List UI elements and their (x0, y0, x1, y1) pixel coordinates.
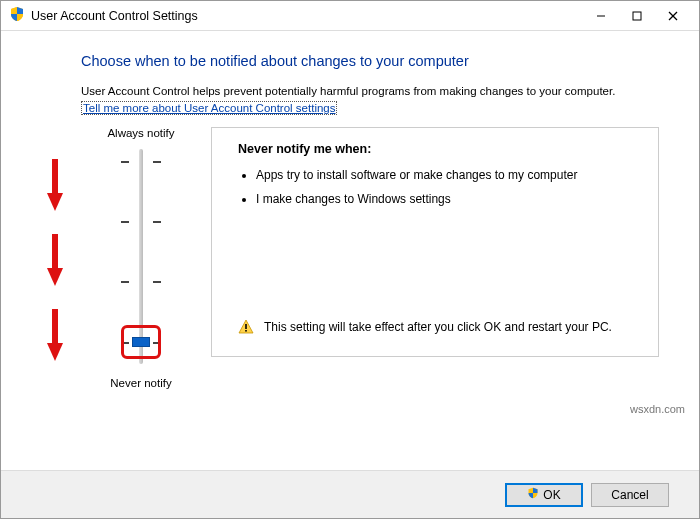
warning-row: This setting will take effect after you … (238, 319, 640, 340)
window-controls (583, 2, 691, 30)
titlebar: User Account Control Settings (1, 1, 699, 31)
uac-settings-window: User Account Control Settings Choose whe… (0, 0, 700, 519)
panel-bullets: Apps try to install software or make cha… (238, 166, 640, 208)
panel-bullet: I make changes to Windows settings (256, 190, 640, 208)
warning-text: This setting will take effect after you … (264, 319, 612, 336)
slider-tick (127, 161, 155, 163)
help-link[interactable]: Tell me more about User Account Control … (81, 101, 337, 115)
close-button[interactable] (655, 2, 691, 30)
content-row: Always notify Never notify (81, 127, 659, 357)
svg-rect-11 (245, 324, 247, 329)
page-description: User Account Control helps prevent poten… (81, 83, 659, 99)
window-title: User Account Control Settings (31, 9, 583, 23)
annotation-arrow-icon (45, 307, 65, 357)
shield-icon (9, 6, 25, 25)
svg-marker-9 (47, 343, 63, 361)
svg-rect-12 (245, 330, 247, 332)
panel-title: Never notify me when: (238, 142, 640, 156)
cancel-button[interactable]: Cancel (591, 483, 669, 507)
page-heading: Choose when to be notified about changes… (81, 53, 659, 69)
slider-label-bottom: Never notify (81, 377, 201, 389)
minimize-button[interactable] (583, 2, 619, 30)
panel-bullet: Apps try to install software or make cha… (256, 166, 640, 184)
annotation-arrow-icon (45, 232, 65, 282)
svg-rect-1 (633, 12, 641, 20)
slider-column: Always notify Never notify (81, 127, 201, 357)
body: Choose when to be notified about changes… (1, 31, 699, 470)
annotation-arrow-icon (45, 157, 65, 207)
svg-marker-5 (47, 193, 63, 211)
ok-button-label: OK (543, 488, 560, 502)
slider-highlight-box (121, 325, 161, 359)
cancel-button-label: Cancel (611, 488, 648, 502)
slider-thumb[interactable] (132, 337, 150, 347)
slider-tick (127, 221, 155, 223)
warning-icon (238, 319, 254, 340)
shield-icon (527, 487, 539, 502)
watermark: wsxdn.com (630, 403, 685, 415)
button-bar: OK Cancel (1, 470, 699, 518)
slider-tick (127, 281, 155, 283)
maximize-button[interactable] (619, 2, 655, 30)
description-panel: Never notify me when: Apps try to instal… (211, 127, 659, 357)
svg-marker-7 (47, 268, 63, 286)
slider-label-top: Always notify (81, 127, 201, 139)
ok-button[interactable]: OK (505, 483, 583, 507)
